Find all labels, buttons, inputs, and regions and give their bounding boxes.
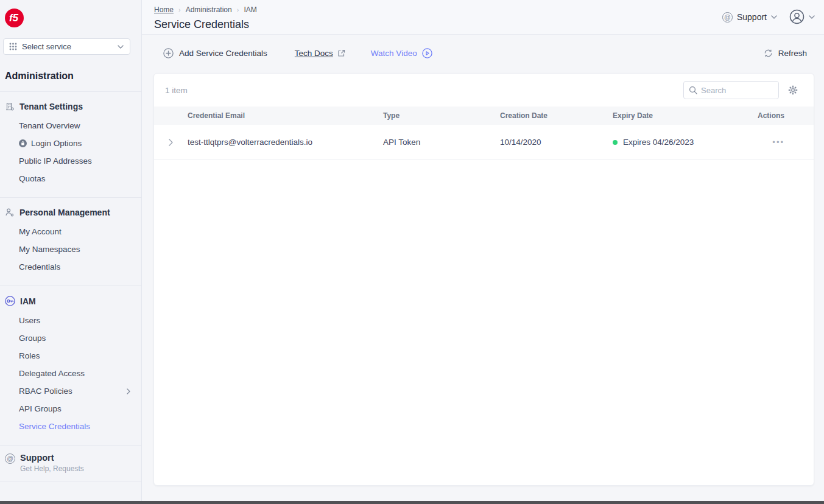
- sidebar-item-label: Groups: [19, 334, 46, 343]
- section-header-tenant-settings[interactable]: Tenant Settings: [0, 99, 141, 117]
- sidebar-item-label: API Groups: [19, 404, 62, 413]
- sidebar-support[interactable]: @ Support Get Help, Requests: [0, 445, 141, 481]
- section-header-personal-management[interactable]: Personal Management: [0, 205, 141, 223]
- f5-logo: f5: [5, 9, 24, 27]
- sidebar-item-my-account[interactable]: My Account: [0, 223, 141, 240]
- support-subtitle: Get Help, Requests: [20, 464, 84, 473]
- section-iam: IAM Users Groups Roles Delegated Access …: [0, 285, 141, 445]
- building-icon: [5, 102, 15, 111]
- at-support-icon: @: [722, 12, 733, 23]
- sidebar-item-label: RBAC Policies: [19, 387, 72, 396]
- table-header-row: Credential Email Type Creation Date Expi…: [154, 107, 814, 125]
- section-header-iam[interactable]: IAM: [0, 293, 141, 312]
- status-dot: [613, 140, 618, 145]
- user-menu[interactable]: [789, 9, 815, 24]
- item-count: 1 item: [165, 86, 188, 95]
- chevron-right-icon: ›: [178, 6, 181, 13]
- sidebar-item-label: Service Credentials: [19, 422, 90, 431]
- tech-docs-link[interactable]: Tech Docs: [295, 49, 345, 58]
- watch-video-link[interactable]: Watch Video: [371, 48, 432, 58]
- key-icon: [5, 296, 15, 306]
- column-header-type: Type: [383, 111, 500, 120]
- cell-credential-email: test-ttlqtprs@volterracredentials.io: [188, 138, 383, 147]
- search-icon: [689, 86, 697, 94]
- grid-icon: [9, 43, 17, 51]
- sidebar-item-groups[interactable]: Groups: [0, 329, 141, 347]
- sidebar-item-label: Tenant Overview: [19, 121, 80, 130]
- sidebar-item-roles[interactable]: Roles: [0, 347, 141, 365]
- service-selector[interactable]: Select service: [3, 38, 130, 55]
- column-header-expiry-date: Expiry Date: [613, 111, 756, 120]
- watch-video-label: Watch Video: [371, 49, 417, 58]
- row-actions-menu[interactable]: •••: [772, 138, 784, 147]
- breadcrumb-iam[interactable]: IAM: [244, 5, 256, 14]
- sidebar-item-label: Login Options: [31, 139, 82, 148]
- section-title: Tenant Settings: [19, 102, 83, 111]
- column-header-credential-email: Credential Email: [188, 111, 383, 120]
- sidebar-item-api-groups[interactable]: API Groups: [0, 400, 141, 418]
- column-header-actions: Actions: [756, 111, 814, 120]
- avatar-icon: [789, 9, 805, 24]
- sidebar-item-label: Credentials: [19, 262, 60, 271]
- sidebar-heading: Administration: [5, 71, 141, 82]
- chevron-down-icon: [118, 45, 124, 49]
- sidebar: f5 Select service Administration: [0, 0, 142, 501]
- sidebar-item-service-credentials[interactable]: Service Credentials: [0, 418, 141, 435]
- chevron-right-icon: [127, 388, 130, 394]
- refresh-label: Refresh: [778, 49, 807, 58]
- sidebar-item-delegated-access[interactable]: Delegated Access: [0, 365, 141, 382]
- sidebar-item-quotas[interactable]: Quotas: [0, 170, 141, 187]
- support-menu-label: Support: [737, 12, 767, 22]
- sidebar-item-label: My Namespaces: [19, 245, 80, 254]
- sidebar-item-users[interactable]: Users: [0, 312, 141, 329]
- chevron-right-icon: ›: [237, 6, 239, 13]
- cell-creation-date: 10/14/2020: [500, 138, 613, 147]
- logo-row: f5: [0, 0, 141, 33]
- sidebar-item-tenant-overview[interactable]: Tenant Overview: [0, 117, 141, 135]
- at-support-icon: @: [5, 453, 15, 464]
- column-header-creation-date: Creation Date: [500, 111, 613, 120]
- search-input[interactable]: [701, 86, 773, 95]
- service-selector-label: Select service: [22, 42, 71, 51]
- sidebar-item-rbac-policies[interactable]: RBAC Policies: [0, 382, 141, 400]
- sidebar-item-label: Roles: [19, 351, 40, 360]
- lock-badge-icon: [19, 139, 27, 147]
- support-title: Support: [20, 453, 84, 463]
- cell-expiry-date: Expires 04/26/2023: [613, 138, 756, 147]
- add-service-credentials-button[interactable]: Add Service Credentials: [163, 48, 267, 58]
- sidebar-item-public-ip-addresses[interactable]: Public IP Addresses: [0, 152, 141, 170]
- cell-type: API Token: [383, 138, 500, 147]
- app-window: f5 Select service Administration: [0, 0, 824, 501]
- sidebar-item-label: Quotas: [19, 174, 46, 183]
- cell-actions: •••: [756, 138, 814, 147]
- tech-docs-label: Tech Docs: [295, 49, 333, 58]
- chevron-down-icon: [771, 15, 777, 19]
- sidebar-item-login-options[interactable]: Login Options: [0, 135, 141, 152]
- refresh-icon: [764, 49, 773, 58]
- main-area: Home › Administration › IAM Service Cred…: [142, 0, 824, 501]
- section-title: IAM: [20, 296, 36, 306]
- sidebar-item-credentials[interactable]: Credentials: [0, 258, 141, 276]
- sidebar-item-label: Public IP Addresses: [19, 156, 92, 166]
- section-personal-management: Personal Management My Account My Namesp…: [0, 197, 141, 285]
- page-title: Service Credentials: [154, 18, 814, 31]
- person-icon: [5, 208, 15, 217]
- section-tenant-settings: Tenant Settings Tenant Overview Login Op…: [0, 91, 141, 197]
- external-link-icon: [337, 49, 345, 57]
- refresh-button[interactable]: Refresh: [764, 49, 807, 58]
- breadcrumb-administration[interactable]: Administration: [186, 5, 232, 14]
- play-circle-icon: [422, 48, 432, 58]
- section-title: Personal Management: [19, 208, 110, 217]
- breadcrumb-home[interactable]: Home: [154, 5, 174, 14]
- page-header: Home › Administration › IAM Service Cred…: [142, 0, 824, 35]
- bottom-bar: [0, 501, 824, 504]
- search-box: [683, 81, 779, 99]
- support-menu[interactable]: @ Support: [722, 12, 777, 23]
- row-expand-chevron-icon[interactable]: [154, 139, 188, 146]
- sidebar-item-label: Delegated Access: [19, 369, 85, 378]
- card-header: 1 item: [154, 74, 814, 107]
- gear-icon[interactable]: [788, 85, 798, 95]
- sidebar-item-my-namespaces[interactable]: My Namespaces: [0, 240, 141, 258]
- credentials-card: 1 item Cre: [153, 73, 814, 486]
- sidebar-item-label: My Account: [19, 227, 62, 236]
